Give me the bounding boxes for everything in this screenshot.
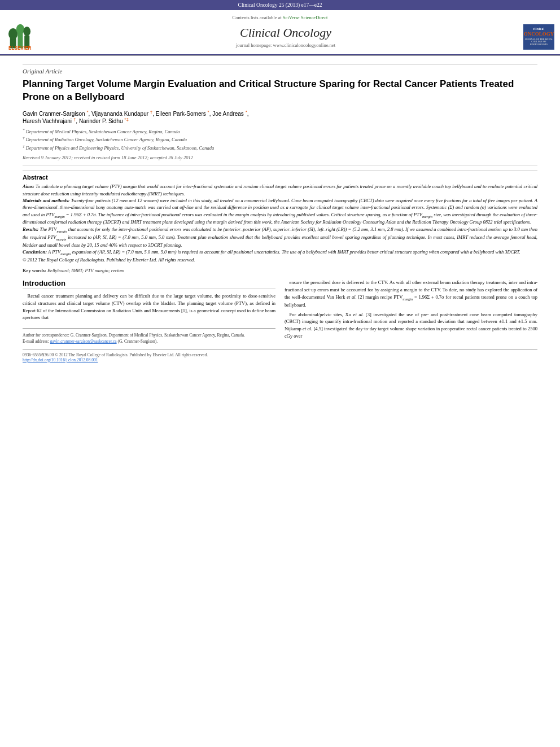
- two-col-section: Introduction Rectal cancer treatment pla…: [23, 279, 537, 345]
- header-section: Contents lists available at SciVerse Sci…: [0, 10, 560, 55]
- journal-homepage: journal homepage: www.clinicaloncologyon…: [56, 42, 515, 48]
- email-link[interactable]: gavin.cranmer-sargison@saskcancer.ca: [50, 339, 117, 344]
- abstract-heading: Abstract: [23, 170, 537, 181]
- footnote-email: E-mail address: gavin.cranmer-sargison@s…: [23, 338, 275, 344]
- abstract-aims: Aims: To calculate a planning target vol…: [23, 183, 537, 197]
- affiliations: * Department of Medical Physics, Saskatc…: [23, 127, 537, 152]
- authors-line: Gavin Cranmer-Sargison *, Vijayananda Ku…: [23, 110, 537, 125]
- abstract-conclusion: Conclusion: A PTVmargin expansion of (AP…: [23, 248, 537, 256]
- email-label: E-mail address:: [23, 339, 50, 344]
- elsevier-tree-icon: ELSEVIER: [6, 23, 45, 51]
- received-dates: Received 9 January 2012; received in rev…: [23, 155, 537, 165]
- abstract-section: Abstract Aims: To calculate a planning t…: [23, 170, 537, 273]
- abstract-copyright: © 2012 The Royal College of Radiologists…: [23, 256, 537, 263]
- col-right: ensure the prescribed dose is delivered …: [285, 279, 537, 345]
- article-type: Original Article: [23, 64, 537, 75]
- journal-title-row: ELSEVIER Clinical Oncology journal homep…: [0, 23, 560, 54]
- svg-text:ELSEVIER: ELSEVIER: [8, 46, 32, 51]
- contents-text: Contents lists available at: [233, 15, 283, 20]
- intro-para-1: Rectal cancer treatment planning and del…: [23, 292, 275, 321]
- journal-title-center: Clinical Oncology journal homepage: www.…: [56, 25, 515, 48]
- bottom-bar: 0936-6555/$36.00 © 2012 The Royal Colleg…: [23, 350, 537, 362]
- abstract-materials: Materials and methods: Twenty-four patie…: [23, 197, 537, 226]
- contents-line: Contents lists available at SciVerse Sci…: [0, 15, 560, 23]
- doi-line: http://dx.doi.org/10.1016/j.clon.2012.08…: [23, 357, 537, 362]
- sciverse-link[interactable]: SciVerse ScienceDirect: [283, 15, 328, 20]
- elsevier-logo: ELSEVIER: [6, 23, 56, 51]
- affil-1: Department of Medical Physics, Saskatche…: [26, 128, 180, 134]
- intro-text-left: Rectal cancer treatment planning and del…: [23, 292, 275, 321]
- journal-citation: Clinical Oncology 25 (2013) e17—e22: [238, 2, 322, 8]
- issn-line: 0936-6555/$36.00 © 2012 The Royal Colleg…: [23, 352, 537, 357]
- corner-oncology: ONCOLOGY: [524, 31, 554, 37]
- affil-3: Department of Physics and Engineering Ph…: [26, 145, 215, 151]
- top-bar: Clinical Oncology 25 (2013) e17—e22: [0, 0, 560, 10]
- journal-title: Clinical Oncology: [56, 25, 515, 40]
- intro-para-3: For abdominal/pelvic sites, Xu et al. [3…: [285, 311, 537, 340]
- svg-point-5: [23, 27, 30, 36]
- doi-link[interactable]: http://dx.doi.org/10.1016/j.clon.2012.08…: [23, 357, 98, 362]
- corner-logo-box: clinical ONCOLOGY JOURNAL OF THE ROYALCO…: [523, 24, 554, 50]
- abstract-text: Aims: To calculate a planning target vol…: [23, 183, 537, 263]
- col-left: Introduction Rectal cancer treatment pla…: [23, 279, 275, 345]
- intro-text-right: ensure the prescribed dose is delivered …: [285, 279, 537, 340]
- affil-2: Department of Radiation Oncology, Saskat…: [26, 137, 187, 142]
- main-content: Original Article Planning Target Volume …: [0, 55, 560, 367]
- intro-heading: Introduction: [23, 279, 275, 289]
- article-title: Planning Target Volume Margin Evaluation…: [23, 78, 537, 104]
- keywords: Key words: Bellyboard; IMRT; PTV margin;…: [23, 268, 537, 273]
- email-suffix: (G. Cranmer-Sargison).: [117, 339, 158, 344]
- abstract-results: Results: The PTVmargin that accounts for…: [23, 226, 537, 248]
- corner-clinical: clinical: [533, 27, 545, 31]
- journal-corner-logo: clinical ONCOLOGY JOURNAL OF THE ROYALCO…: [515, 24, 554, 50]
- corner-tagline: JOURNAL OF THE ROYALCOLLEGE OF RADIOLOGI…: [523, 38, 554, 46]
- page-container: Clinical Oncology 25 (2013) e17—e22 Cont…: [0, 0, 560, 367]
- footnotes-section: Author for correspondence: G. Cranmer-Sa…: [23, 328, 275, 345]
- svg-point-4: [16, 24, 25, 34]
- footnote-author: Author for correspondence: G. Cranmer-Sa…: [23, 332, 275, 338]
- intro-para-2: ensure the prescribed dose is delivered …: [285, 279, 537, 309]
